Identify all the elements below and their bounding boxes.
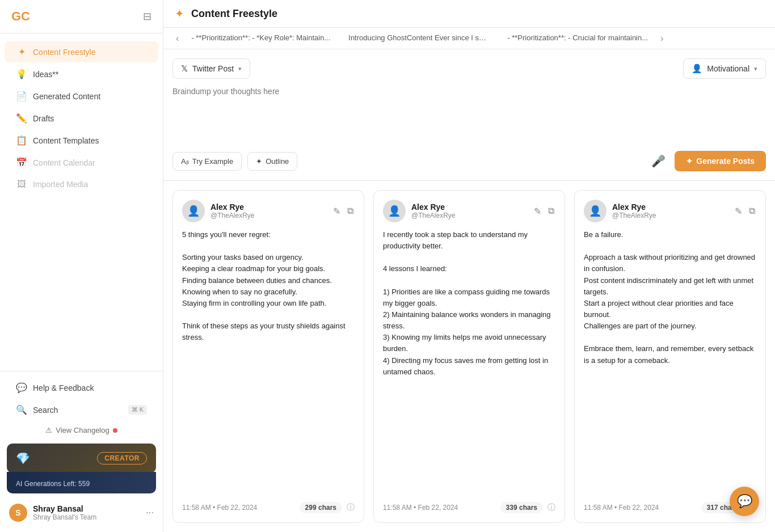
user-row[interactable]: S Shray Bansal Shray Bansal's Team ⋯ <box>0 498 163 527</box>
tabs-next-button[interactable]: › <box>657 29 667 48</box>
chat-icon: 💬 <box>16 382 27 393</box>
sidebar-item-ideas[interactable]: 💡 Ideas** <box>5 64 158 85</box>
warning-icon: ⚠ <box>45 426 52 434</box>
card-copy-button-1[interactable]: ⧉ <box>547 205 555 218</box>
twitter-icon: 𝕏 <box>181 64 188 74</box>
compose-actions: Aᵦ Try Example ✦ Outline 🎤 ✦ Generate Po… <box>172 151 766 171</box>
nav-icon-content-templates: 📋 <box>16 135 27 146</box>
card-name-1: Alex Rye <box>411 202 527 212</box>
card-actions-1: ✎ ⧉ <box>533 205 555 218</box>
sidebar-item-content-freestyle[interactable]: ✦ Content Freestyle <box>5 41 158 62</box>
card-content-2: Be a failure. Approach a task without pr… <box>584 229 756 495</box>
card-timestamp-0: 11:58 AM • Feb 22, 2024 <box>182 504 257 512</box>
info-button-1[interactable]: ⓘ <box>547 503 555 513</box>
card-content-0: 5 things you'll never regret: Sorting yo… <box>182 229 355 495</box>
card-content-1: I recently took a step back to understan… <box>383 229 555 495</box>
user-name: Shray Bansal <box>33 504 140 513</box>
card-edit-button-0[interactable]: ✎ <box>332 205 342 218</box>
generate-star-icon: ✦ <box>686 157 693 166</box>
outline-icon: ✦ <box>256 157 262 166</box>
compose-area: 𝕏 Twitter Post ▾ 👤 Motivational ▾ Aᵦ Try… <box>163 49 775 181</box>
tabs-bar: ‹ - **Prioritization**: - *Key Role*: Ma… <box>163 28 775 49</box>
cards-grid: 👤 Alex Rye @TheAlexRye ✎ ⧉ 5 things you'… <box>163 181 775 532</box>
chevron-down-icon: ▾ <box>754 65 757 73</box>
logo: GC <box>11 9 30 24</box>
changelog-dot <box>113 428 117 433</box>
chat-button[interactable]: 💬 <box>730 487 759 516</box>
card-edit-button-2[interactable]: ✎ <box>734 205 743 218</box>
card-header-2: 👤 Alex Rye @TheAlexRye ✎ ⧉ <box>584 200 756 222</box>
card-copy-button-0[interactable]: ⧉ <box>346 205 355 218</box>
card-handle-0: @TheAlexRye <box>210 212 326 219</box>
nav-icon-imported-media: 🖼 <box>16 179 27 189</box>
post-card-1: 👤 Alex Rye @TheAlexRye ✎ ⧉ I recently to… <box>373 190 565 523</box>
tab-item-1[interactable]: Introducing GhostContent Ever since I so… <box>339 28 498 49</box>
card-handle-2: @TheAlexRye <box>612 212 728 219</box>
sidebar-item-help-feedback[interactable]: 💬 Help & Feedback <box>5 377 158 398</box>
char-badge-1: 339 chars <box>500 502 543 513</box>
card-footer-1: 11:58 AM • Feb 22, 2024 339 chars ⓘ <box>383 502 555 513</box>
sidebar-item-search[interactable]: 🔍 Search ⌘ K <box>5 399 158 420</box>
sidebar-item-content-templates[interactable]: 📋 Content Templates <box>5 130 158 151</box>
card-copy-button-2[interactable]: ⧉ <box>748 205 756 218</box>
card-user-info-0: Alex Rye @TheAlexRye <box>210 202 326 219</box>
search-icon: 🔍 <box>16 404 27 415</box>
avatar: S <box>9 504 27 522</box>
card-name-2: Alex Rye <box>612 202 728 212</box>
card-name-0: Alex Rye <box>210 202 326 212</box>
card-timestamp-1: 11:58 AM • Feb 22, 2024 <box>383 504 458 512</box>
sidebar-bottom: 💬 Help & Feedback 🔍 Search ⌘ K ⚠ View Ch… <box>0 371 163 532</box>
changelog-row[interactable]: ⚠ View Changelog <box>0 421 163 439</box>
post-card-2: 👤 Alex Rye @TheAlexRye ✎ ⧉ Be a failure.… <box>574 190 766 523</box>
card-avatar-0: 👤 <box>182 200 205 222</box>
card-edit-button-1[interactable]: ✎ <box>533 205 542 218</box>
sidebar-item-imported-media: 🖼 Imported Media <box>5 174 158 195</box>
creator-box: 💎 CREATOR <box>7 444 156 473</box>
topbar: ✦ Content Freestyle <box>163 0 775 28</box>
mic-button[interactable]: 🎤 <box>648 151 669 171</box>
card-user-info-1: Alex Rye @TheAlexRye <box>411 202 527 219</box>
tab-item-2[interactable]: - **Prioritization**: - Crucial for main… <box>498 28 657 49</box>
outline-button[interactable]: ✦ Outline <box>247 152 297 171</box>
creator-badge: CREATOR <box>97 452 147 465</box>
card-actions-0: ✎ ⧉ <box>332 205 355 218</box>
sidebar-item-drafts[interactable]: ✏️ Drafts <box>5 108 158 129</box>
char-badge-0: 299 chars <box>300 502 342 513</box>
try-example-button[interactable]: Aᵦ Try Example <box>172 152 242 171</box>
tabs-prev-button[interactable]: ‹ <box>172 29 182 48</box>
person-icon: 👤 <box>692 64 702 74</box>
compose-textarea[interactable] <box>172 86 766 142</box>
sidebar-nav: ✦ Content Freestyle💡 Ideas**📄 Generated … <box>0 33 163 371</box>
ai-generations: AI Generations Left: 559 <box>7 472 156 493</box>
user-team: Shray Bansal's Team <box>33 513 140 521</box>
card-footer-0: 11:58 AM • Feb 22, 2024 299 chars ⓘ <box>182 502 355 513</box>
type-dropdown[interactable]: 𝕏 Twitter Post ▾ <box>172 58 250 79</box>
sidebar-toggle-icon[interactable]: ⊟ <box>143 10 151 23</box>
card-avatar-2: 👤 <box>584 200 606 222</box>
card-actions-2: ✎ ⧉ <box>734 205 756 218</box>
card-header-0: 👤 Alex Rye @TheAlexRye ✎ ⧉ <box>182 200 355 222</box>
gem-icon: 💎 <box>16 451 30 465</box>
card-user-info-2: Alex Rye @TheAlexRye <box>612 202 728 219</box>
tone-dropdown[interactable]: 👤 Motivational ▾ <box>683 58 766 79</box>
compose-row1: 𝕏 Twitter Post ▾ 👤 Motivational ▾ <box>172 58 766 79</box>
page-title: Content Freestyle <box>191 8 277 20</box>
main-content: ✦ Content Freestyle ‹ - **Prioritization… <box>163 0 775 532</box>
info-button-0[interactable]: ⓘ <box>347 503 355 513</box>
chevron-down-icon: ▾ <box>238 65 242 73</box>
nav-icon-content-freestyle: ✦ <box>16 47 27 57</box>
generate-posts-button[interactable]: ✦ Generate Posts <box>675 151 766 171</box>
card-timestamp-2: 11:58 AM • Feb 22, 2024 <box>584 504 659 512</box>
nav-icon-drafts: ✏️ <box>16 113 27 124</box>
example-icon: Aᵦ <box>181 157 189 166</box>
sidebar-header: GC ⊟ <box>0 0 163 33</box>
user-more-icon[interactable]: ⋯ <box>146 508 154 517</box>
sidebar-item-generated-content[interactable]: 📄 Generated Content <box>5 86 158 107</box>
post-card-0: 👤 Alex Rye @TheAlexRye ✎ ⧉ 5 things you'… <box>172 190 364 523</box>
user-info: Shray Bansal Shray Bansal's Team <box>33 504 140 521</box>
search-shortcut: ⌘ K <box>128 405 147 415</box>
nav-icon-ideas: 💡 <box>16 69 27 79</box>
card-avatar-1: 👤 <box>383 200 406 222</box>
tab-item-0[interactable]: - **Prioritization**: - *Key Role*: Main… <box>182 28 339 49</box>
card-handle-1: @TheAlexRye <box>411 212 527 219</box>
